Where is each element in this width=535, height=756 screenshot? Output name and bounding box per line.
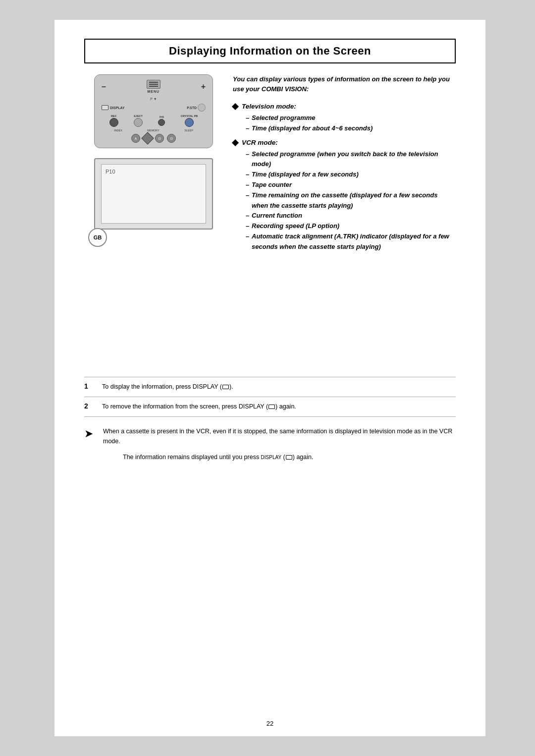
pstd-label: P.STD: [187, 106, 197, 110]
vcr-mode-item-5: Current function: [246, 211, 456, 221]
memory-label: MEMORY: [147, 129, 160, 132]
display-inline-icon-3: [286, 455, 292, 460]
eject-label: EJECT: [134, 115, 143, 117]
display-pstd-row: DISPLAY P.STD: [102, 104, 206, 112]
note-text-2: The information remains displayed until …: [123, 452, 456, 462]
ps-label: P/S: [160, 116, 164, 118]
step-1-number: 1: [84, 382, 94, 390]
tv-mode-section: Television mode: Selected programme Time…: [233, 103, 456, 134]
vcr-mode-title: VCR mode:: [242, 139, 278, 146]
tv-screen-area: P10: [94, 158, 213, 230]
page-content: Displaying Information on the Screen GB …: [54, 20, 485, 736]
menu-label: MENU: [147, 90, 160, 93]
intro-paragraph: You can display various types of informa…: [233, 74, 456, 94]
nav-row: ∧ ⊙ ⊙: [102, 134, 206, 143]
rec-btn: [109, 118, 118, 127]
rec-label: REC: [111, 115, 117, 117]
tv-mode-header: Television mode:: [233, 103, 456, 110]
nav-right: ⊙: [155, 134, 164, 143]
menu-icon: [147, 80, 160, 89]
display-icon: [102, 105, 108, 110]
display-inline-icon-1: [222, 385, 229, 389]
left-panel: – MENU + P ▼ DISPLAY P.STD: [84, 74, 223, 230]
steps-area: 1 To display the information, press DISP…: [84, 377, 456, 417]
step-2-number: 2: [84, 402, 94, 410]
note-arrow-icon: ➤: [84, 427, 93, 462]
tv-mode-item-2: Time (displayed for about 4~6 seconds): [246, 123, 456, 134]
tv-mode-item-1: Selected programme: [246, 113, 456, 123]
nav-extra: ⊙: [167, 134, 176, 143]
remote-minus: –: [102, 82, 106, 91]
display-inline-icon-2: [268, 405, 275, 409]
bullet-diamond-vcr: [232, 139, 239, 146]
pstd-circle: [198, 104, 206, 112]
note-text-1: When a cassette is present in the VCR, e…: [103, 426, 456, 446]
ps-btn: [158, 119, 165, 126]
page-title: Displaying Information on the Screen: [95, 45, 445, 58]
tv-mode-list: Selected programme Time (displayed for a…: [246, 113, 456, 134]
crystal-group: CRYSTAL PB: [181, 115, 198, 127]
vcr-mode-section: VCR mode: Selected programme (when you s…: [233, 139, 456, 252]
right-content: You can display various types of informa…: [233, 74, 456, 257]
tv-channel: P10: [106, 169, 115, 174]
bullet-diamond-tv: [232, 103, 239, 110]
crystal-btn: [185, 118, 194, 127]
index-row: INDEX MEMORY SLEEP: [102, 129, 206, 132]
nav-center: [141, 132, 154, 144]
rec-group: REC: [109, 115, 118, 127]
vcr-mode-item-6: Recording speed (LP option): [246, 221, 456, 232]
step-1-row: 1 To display the information, press DISP…: [84, 377, 456, 397]
eject-group: EJECT: [134, 115, 143, 127]
vcr-mode-item-1: Selected programme (when you switch back…: [246, 149, 456, 170]
note-area: ➤ When a cassette is present in the VCR,…: [84, 426, 456, 462]
note-content: When a cassette is present in the VCR, e…: [103, 426, 456, 462]
vcr-mode-item-2: Time (displayed for a few seconds): [246, 170, 456, 180]
tv-screen: P10: [101, 164, 206, 224]
step-1-text: To display the information, press DISPLA…: [102, 382, 233, 392]
display-small-label: DISPLAY: [261, 455, 282, 460]
vcr-mode-list: Selected programme (when you switch back…: [246, 149, 456, 252]
eject-btn: [134, 118, 143, 127]
sleep-label: SLEEP: [184, 129, 193, 132]
page-number: 22: [267, 720, 273, 727]
vcr-mode-item-7: Automatic track alignment (A.TRK) indica…: [246, 232, 456, 252]
display-label: DISPLAY: [110, 106, 125, 110]
ps-group: P/S: [158, 116, 165, 126]
pv-label: P ▼: [102, 97, 206, 101]
nav-left: ∧: [131, 134, 140, 143]
vcr-mode-header: VCR mode:: [233, 139, 456, 146]
index-label: INDEX: [114, 129, 122, 132]
menu-area: MENU: [147, 80, 160, 93]
step-2-row: 2 To remove the information from the scr…: [84, 397, 456, 417]
step-2-text: To remove the information from the scree…: [102, 402, 296, 411]
page-header: Displaying Information on the Screen: [84, 39, 456, 63]
remote-plus: +: [201, 82, 206, 91]
vcr-mode-item-4: Time remaining on the cassette (displaye…: [246, 190, 456, 211]
vcr-mode-item-3: Tape counter: [246, 180, 456, 190]
gb-tab: GB: [88, 228, 107, 247]
main-buttons-row: REC EJECT P/S CRYSTAL PB: [102, 115, 206, 127]
pstd-button: P.STD: [187, 104, 206, 112]
crystal-label: CRYSTAL PB: [181, 115, 198, 117]
display-button: DISPLAY: [102, 105, 125, 110]
remote-control: – MENU + P ▼ DISPLAY P.STD: [94, 74, 213, 148]
tv-mode-title: Television mode:: [242, 103, 296, 110]
